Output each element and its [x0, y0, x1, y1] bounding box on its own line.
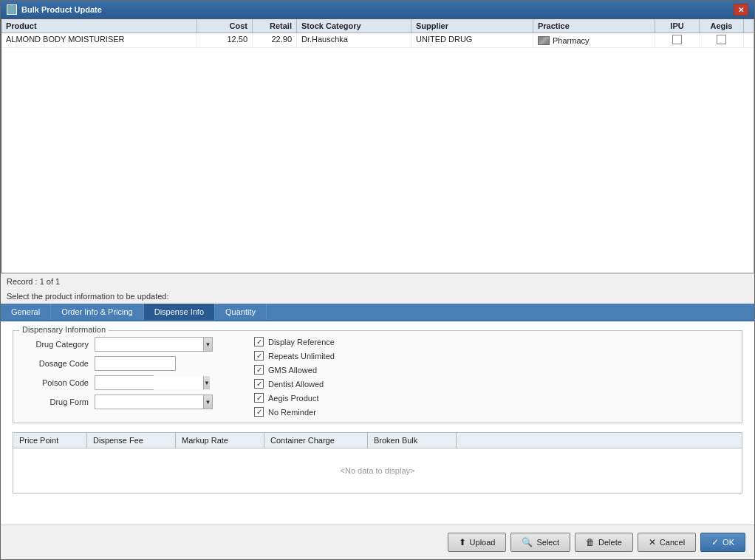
col-container-charge[interactable]: Container Charge — [264, 433, 368, 448]
col-header-retail: Retail — [253, 19, 297, 33]
no-data-message: <No data to display> — [341, 466, 415, 475]
no-reminder-checkbox[interactable] — [254, 407, 264, 417]
section-legend: Dispensary Information — [19, 325, 109, 334]
dosage-code-label: Dosage Code — [22, 359, 89, 368]
close-button[interactable]: ✕ — [734, 4, 748, 16]
selection-prompt: Select the product information to be upd… — [1, 289, 754, 304]
dentist-allowed-label: Dentist Allowed — [268, 380, 324, 389]
of-label: of — [47, 277, 53, 286]
tabs-bar: General Order Info & Pricing Dispense In… — [1, 304, 754, 321]
status-bar: Record : 1 of 1 — [1, 273, 754, 289]
col-header-supplier: Supplier — [411, 19, 533, 33]
display-reference-row: Display Reference — [254, 337, 733, 346]
upload-button[interactable]: ⬆ Upload — [448, 533, 507, 552]
display-reference-checkbox[interactable] — [254, 337, 264, 346]
record-current: 1 — [40, 277, 44, 286]
table-row[interactable]: ALMOND BODY MOISTURISER 12.50 22.90 Dr.H… — [1, 33, 754, 48]
tab-quantity[interactable]: Quantity — [215, 304, 267, 320]
title-bar: Bulk Product Update ✕ — [1, 1, 754, 18]
dentist-allowed-row: Dentist Allowed — [254, 379, 733, 389]
dispensary-section: Dispensary Information Drug Category ▼ D… — [13, 330, 742, 423]
ok-label: OK — [722, 538, 734, 547]
gms-allowed-row: GMS Allowed — [254, 365, 733, 375]
poison-code-input[interactable] — [95, 376, 203, 389]
dosage-code-input[interactable] — [95, 356, 176, 371]
drug-form-row: Drug Form ▼ — [22, 395, 213, 409]
select-icon: 🔍 — [522, 537, 533, 547]
bottom-buttons: ⬆ Upload 🔍 Select 🗑 Delete ✕ Cancel ✓ OK — [1, 525, 754, 559]
practice-icon — [538, 36, 550, 45]
col-header-ipu: IPU — [655, 19, 700, 33]
right-column: Display Reference Repeats Unlimited GMS … — [225, 337, 733, 417]
delete-label: Delete — [598, 538, 622, 547]
ok-icon: ✓ — [711, 537, 719, 547]
tab-order-info[interactable]: Order Info & Pricing — [51, 304, 144, 320]
price-table-body: <No data to display> — [13, 448, 742, 493]
no-reminder-label: No Reminder — [268, 408, 316, 417]
cell-cost: 12.50 — [197, 33, 253, 47]
ipu-checkbox[interactable] — [672, 35, 682, 44]
delete-icon: 🗑 — [586, 537, 595, 547]
col-markup-rate[interactable]: Markup Rate — [176, 433, 264, 448]
gms-allowed-checkbox[interactable] — [254, 365, 264, 375]
grid-header: Product Cost Retail Stock Category Suppl… — [1, 19, 754, 33]
gms-allowed-label: GMS Allowed — [268, 366, 317, 375]
drug-category-row: Drug Category ▼ — [22, 337, 213, 352]
poison-code-label: Poison Code — [22, 378, 89, 387]
tab-content: Dispensary Information Drug Category ▼ D… — [1, 321, 754, 525]
practice-name: Pharmacy — [553, 36, 590, 45]
product-grid: Product Cost Retail Stock Category Suppl… — [1, 18, 754, 273]
app-icon — [7, 4, 17, 15]
tab-general[interactable]: General — [1, 304, 51, 320]
title-bar-left: Bulk Product Update — [7, 4, 102, 15]
poison-code-arrow[interactable]: ▼ — [203, 376, 210, 389]
checkboxes-column: Display Reference Repeats Unlimited GMS … — [254, 337, 733, 417]
dentist-allowed-checkbox[interactable] — [254, 379, 264, 389]
upload-label: Upload — [470, 538, 496, 547]
col-header-aegis: Aegis — [700, 19, 744, 33]
drug-form-arrow[interactable]: ▼ — [203, 395, 212, 409]
col-header-product: Product — [1, 19, 197, 33]
cancel-icon: ✕ — [649, 537, 656, 547]
ok-button[interactable]: ✓ OK — [700, 533, 745, 552]
cell-stock-category: Dr.Hauschka — [297, 33, 411, 47]
upload-icon: ⬆ — [459, 537, 466, 547]
record-label: Record : — [7, 277, 38, 286]
col-header-stock-category: Stock Category — [297, 19, 411, 33]
poison-code-row: Poison Code ▼ — [22, 375, 213, 390]
bulk-product-update-window: Bulk Product Update ✕ Product Cost Retai… — [0, 0, 755, 560]
select-button[interactable]: 🔍 Select — [510, 533, 570, 552]
drug-form-label: Drug Form — [22, 397, 89, 406]
repeats-unlimited-row: Repeats Unlimited — [254, 351, 733, 361]
poison-code-dropdown[interactable]: ▼ — [95, 375, 154, 390]
tab-dispense-info[interactable]: Dispense Info — [144, 304, 215, 320]
drug-category-dropdown[interactable]: ▼ — [95, 337, 213, 352]
drug-category-input[interactable] — [95, 338, 203, 351]
drug-form-dropdown[interactable]: ▼ — [95, 395, 213, 409]
select-label: Select — [536, 538, 559, 547]
aegis-checkbox[interactable] — [717, 35, 726, 44]
dosage-code-row: Dosage Code — [22, 356, 213, 371]
aegis-product-row: Aegis Product — [254, 393, 733, 403]
col-broken-bulk[interactable]: Broken Bulk — [368, 433, 457, 448]
cell-aegis — [700, 33, 744, 47]
col-price-point[interactable]: Price Point — [13, 433, 87, 448]
display-reference-label: Display Reference — [268, 338, 335, 346]
col-dispense-fee[interactable]: Dispense Fee — [87, 433, 176, 448]
no-reminder-row: No Reminder — [254, 407, 733, 417]
form-layout: Drug Category ▼ Dosage Code Poison Code — [22, 337, 733, 417]
window-title: Bulk Product Update — [21, 5, 102, 14]
drug-form-input[interactable] — [95, 395, 203, 409]
repeats-unlimited-checkbox[interactable] — [254, 351, 264, 361]
delete-button[interactable]: 🗑 Delete — [575, 533, 633, 552]
cell-supplier: UNITED DRUG — [411, 33, 533, 47]
col-header-practice: Practice — [533, 19, 655, 33]
drug-category-arrow[interactable]: ▼ — [203, 338, 212, 351]
cancel-label: Cancel — [660, 538, 685, 547]
aegis-product-label: Aegis Product — [268, 394, 318, 403]
price-table-header: Price Point Dispense Fee Markup Rate Con… — [13, 433, 742, 448]
price-table: Price Point Dispense Fee Markup Rate Con… — [13, 432, 742, 494]
cancel-button[interactable]: ✕ Cancel — [638, 533, 696, 552]
left-column: Drug Category ▼ Dosage Code Poison Code — [22, 337, 213, 417]
aegis-product-checkbox[interactable] — [254, 393, 264, 403]
